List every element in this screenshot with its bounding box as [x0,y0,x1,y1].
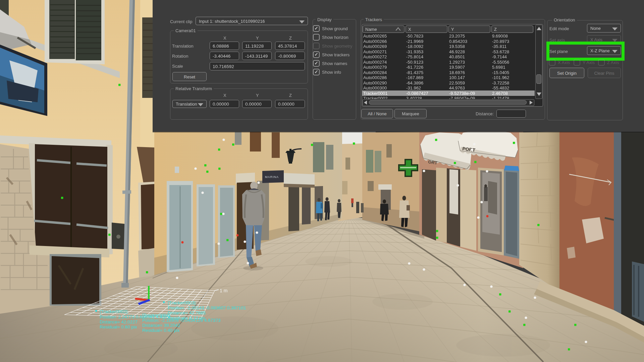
svg-text:Position: -2.18909 -0.0454129: Position: -2.18909 -0.0454129 4.67373 [142,318,220,323]
svg-text:Distance= 39.2042: Distance= 39.2042 [142,323,180,328]
svg-text:Residual= 0.40 pix: Residual= 0.40 pix [142,328,180,333]
svg-text:Position: -2.00143 -0.083607 0: Position: -2.00143 -0.083607 0.367101 [168,305,246,310]
svg-text:1 m: 1 m [220,288,227,293]
svg-text:Distance= 42.7885: Distance= 42.7885 [168,310,206,315]
svg-text:Residual= 0.60 pix: Residual= 0.60 pix [100,324,137,329]
svg-text:[Tracker0003]:: [Tracker0003]: [168,300,197,305]
svg-text:[Tracker0002]:: [Tracker0002]: [100,309,129,314]
svg-text:Distance= 42.0227: Distance= 42.0227 [100,319,138,324]
svg-text:MARINA: MARINA [265,175,279,179]
svg-text:[Tracker0001]:: [Tracker0001]: [142,313,171,318]
